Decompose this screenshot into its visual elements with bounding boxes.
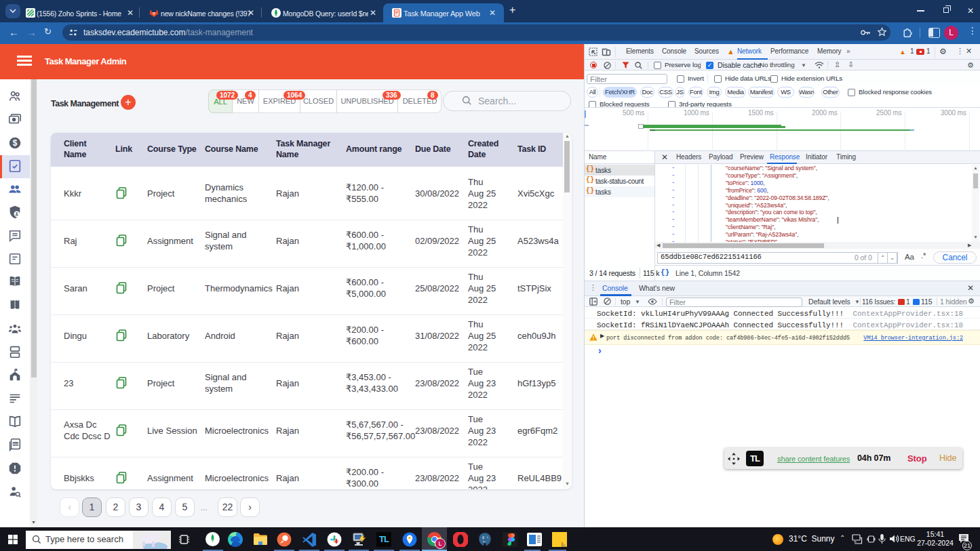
- svg-text:PDF: PDF: [13, 443, 19, 446]
- svg-text:$: $: [13, 138, 18, 148]
